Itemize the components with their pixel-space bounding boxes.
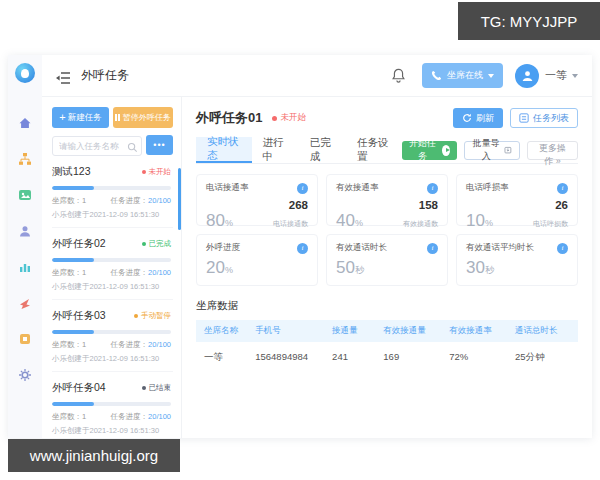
main-content: 外呼任务01 未开始 刷新 任务列表 实时状态 进行中 已完成 — [182, 97, 592, 438]
pause-icon — [115, 114, 120, 121]
status-dot — [272, 116, 277, 121]
phone-icon — [431, 70, 442, 81]
pause-task-button[interactable]: 暂停外呼任务 — [113, 107, 173, 128]
seats-count: 坐席数：1 — [52, 268, 86, 278]
task-progress: 任务进度：20/100 — [111, 268, 171, 278]
stat-count: 26电话呼损数 — [533, 199, 568, 230]
status-dot — [142, 386, 146, 390]
task-progress: 任务进度：20/100 — [111, 412, 171, 422]
tab-realtime-status[interactable]: 实时状态 — [196, 137, 252, 163]
stats-cards: 电话接通率i 80% 268电话接通数 有效接通率i 40% 158有效接通数 … — [196, 174, 578, 286]
info-icon[interactable]: i — [297, 243, 308, 254]
chevron-down-icon — [488, 74, 494, 78]
import-icon — [504, 145, 512, 155]
task-created: 小乐创建于2021-12-09 16:51:30 — [52, 210, 171, 220]
seats-count: 坐席数：1 — [52, 340, 86, 350]
stat-card: 外呼进度i 20% — [196, 234, 318, 286]
tab-task-settings[interactable]: 任务设置 — [346, 137, 402, 163]
info-icon[interactable]: i — [557, 183, 568, 194]
table-header-row: 坐席名称 手机号 接通量 有效接通量 有效接通率 通话总时长 — [196, 320, 578, 342]
task-created: 小乐创建于2021-12-09 16:51:30 — [52, 426, 171, 436]
current-task-status: 未开始 — [272, 112, 306, 124]
gallery-icon[interactable] — [18, 188, 32, 202]
info-icon[interactable]: i — [427, 243, 438, 254]
list-scrollbar-thumb[interactable] — [178, 168, 181, 230]
notification-bell-icon[interactable] — [391, 68, 406, 83]
task-name: 外呼任务03 — [52, 309, 134, 323]
menu-fold-icon[interactable] — [56, 70, 71, 82]
progress-bar — [52, 186, 171, 190]
user-menu-chevron-icon[interactable] — [572, 74, 578, 78]
status-dot — [142, 242, 146, 246]
stat-count: 158有效接通数 — [403, 199, 438, 230]
stat-card: 有效通话平均时长i 30秒 — [456, 234, 578, 286]
task-list-item[interactable]: 外呼任务02 已完成 坐席数：1 任务进度：20/100 小乐创建于2021-1… — [52, 228, 173, 300]
apps-icon[interactable] — [18, 332, 32, 346]
tab-completed[interactable]: 已完成 — [299, 137, 346, 163]
refresh-icon — [462, 113, 472, 123]
progress-bar — [52, 330, 171, 334]
tab-bar: 实时状态 进行中 已完成 任务设置 开始任务 批量导入 更多操作 » — [196, 137, 578, 164]
plus-icon: + — [59, 112, 65, 123]
task-progress: 任务进度：20/100 — [111, 340, 171, 350]
progress-bar — [52, 402, 171, 406]
task-name: 外呼任务04 — [52, 381, 142, 395]
task-progress: 任务进度：20/100 — [111, 196, 171, 206]
watermark-bottom: www.jinianhuigj.org — [8, 439, 180, 472]
seats-count: 坐席数：1 — [52, 412, 86, 422]
task-list-panel: + 新建任务 暂停外呼任务 ••• 测试123 — [42, 97, 182, 438]
task-list-button[interactable]: 任务列表 — [510, 108, 578, 128]
search-icon[interactable] — [127, 139, 138, 150]
user-name[interactable]: 一等 — [545, 68, 567, 83]
stat-count: 268电话接通数 — [273, 199, 308, 230]
table-title: 坐席数据 — [196, 299, 578, 313]
avatar[interactable] — [515, 64, 539, 88]
list-more-button[interactable]: ••• — [146, 135, 173, 155]
watermark-top: TG: MYYJJPP — [458, 2, 600, 40]
refresh-button[interactable]: 刷新 — [453, 108, 503, 128]
status-badge: 未开始 — [149, 167, 172, 177]
icon-rail — [8, 55, 42, 438]
stat-card: 电话接通率i 80% 268电话接通数 — [196, 174, 318, 226]
batch-import-button[interactable]: 批量导入 — [464, 141, 520, 160]
chart-icon[interactable] — [18, 260, 32, 274]
app-window: 外呼任务 坐席在线 一等 + 新建任务 — [8, 55, 592, 438]
task-created: 小乐创建于2021-12-09 16:51:30 — [52, 282, 171, 292]
promotion-icon[interactable] — [18, 296, 32, 310]
top-header: 外呼任务 坐席在线 一等 — [42, 55, 592, 97]
task-name: 外呼任务02 — [52, 237, 142, 251]
seats-count: 坐席数：1 — [52, 196, 86, 206]
app-logo — [15, 63, 35, 83]
agent-status-label: 坐席在线 — [447, 69, 483, 82]
stat-card: 电话呼损率i 10% 26电话呼损数 — [456, 174, 578, 226]
agent-data-section: 坐席数据 坐席名称 手机号 接通量 有效接通量 有效接通率 通话总时长 一等 1… — [196, 299, 578, 373]
users-icon[interactable] — [18, 224, 32, 238]
home-icon[interactable] — [18, 116, 32, 130]
status-dot — [142, 170, 146, 174]
task-created: 小乐创建于2021-12-09 16:51:30 — [52, 354, 171, 364]
more-operations-button[interactable]: 更多操作 » — [527, 141, 578, 160]
info-icon[interactable]: i — [557, 243, 568, 254]
status-badge: 已完成 — [149, 239, 172, 249]
info-icon[interactable]: i — [297, 183, 308, 194]
list-icon — [519, 113, 529, 123]
start-task-button[interactable]: 开始任务 — [402, 141, 458, 160]
task-name: 测试123 — [52, 165, 142, 179]
status-badge: 已结束 — [149, 383, 172, 393]
new-task-button[interactable]: + 新建任务 — [52, 107, 109, 128]
status-dot — [134, 314, 138, 318]
info-icon[interactable]: i — [427, 183, 438, 194]
task-list-item[interactable]: 外呼任务03 手动暂停 坐席数：1 任务进度：20/100 小乐创建于2021-… — [52, 300, 173, 372]
page: TG: MYYJJPP www.jinianhuigj.org — [0, 0, 600, 480]
tab-in-progress[interactable]: 进行中 — [252, 137, 299, 163]
task-list-item[interactable]: 测试123 未开始 坐席数：1 任务进度：20/100 小乐创建于2021-12… — [52, 156, 173, 228]
status-badge: 手动暂停 — [141, 311, 171, 321]
org-icon[interactable] — [18, 152, 32, 166]
settings-icon[interactable] — [18, 368, 32, 382]
current-task-title: 外呼任务01 — [196, 109, 262, 127]
task-list-item[interactable]: 外呼任务04 已结束 坐席数：1 任务进度：20/100 小乐创建于2021-1… — [52, 372, 173, 443]
stat-card: 有效接通率i 40% 158有效接通数 — [326, 174, 448, 226]
table-row: 一等 1564894984 241 169 72% 25分钟 — [196, 342, 578, 373]
agent-status-button[interactable]: 坐席在线 — [422, 63, 503, 88]
page-title: 外呼任务 — [81, 67, 129, 84]
